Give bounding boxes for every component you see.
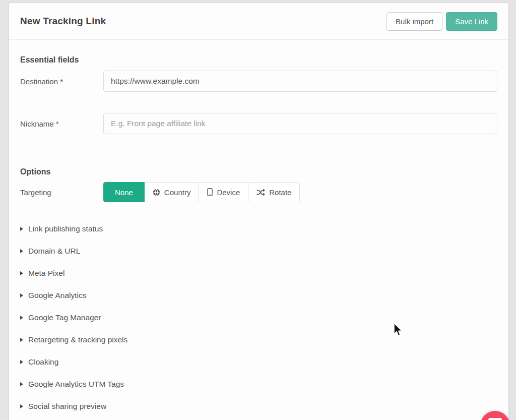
collapsible-section-label: Google Tag Manager <box>28 313 101 322</box>
collapsible-section-label: Google Analytics UTM Tags <box>28 380 124 389</box>
collapsible-section-google-tag-manager[interactable]: Google Tag Manager <box>20 307 497 329</box>
caret-right-icon <box>20 227 23 231</box>
targeting-none-button[interactable]: None <box>103 182 145 202</box>
nickname-input[interactable] <box>103 113 497 134</box>
nickname-row: Nickname * <box>20 113 497 134</box>
collapsible-section-google-analytics-utm-tags[interactable]: Google Analytics UTM Tags <box>20 373 497 395</box>
card-header: New Tracking Link Bulk import Save Link <box>9 3 508 40</box>
collapsible-section-google-analytics[interactable]: Google Analytics <box>20 284 497 307</box>
caret-right-icon <box>20 404 23 408</box>
targeting-none-label: None <box>115 188 133 197</box>
targeting-button-group: None Country <box>103 182 300 202</box>
chat-bubble-icon <box>488 418 502 420</box>
options-heading: Options <box>20 167 497 176</box>
caret-right-icon <box>20 316 23 320</box>
targeting-rotate-label: Rotate <box>269 188 291 197</box>
mobile-icon <box>207 188 213 196</box>
collapsible-section-label: Link publishing status <box>28 224 103 233</box>
targeting-device-label: Device <box>217 188 240 197</box>
collapsible-section-label: Retargeting & tracking pixels <box>28 335 127 344</box>
page-title: New Tracking Link <box>20 16 106 27</box>
collapsible-section-meta-pixel[interactable]: Meta Pixel <box>20 262 497 284</box>
targeting-device-button[interactable]: Device <box>199 182 248 202</box>
collapsible-section-retargeting-tracking-pixels[interactable]: Retargeting & tracking pixels <box>20 329 497 351</box>
new-tracking-link-card: New Tracking Link Bulk import Save Link … <box>9 3 509 420</box>
destination-input[interactable] <box>103 71 497 92</box>
collapsible-section-link-publishing-status[interactable]: Link publishing status <box>20 218 497 240</box>
collapsible-section-social-sharing-preview[interactable]: Social sharing preview <box>20 395 497 417</box>
caret-right-icon <box>20 271 23 275</box>
caret-right-icon <box>20 249 23 253</box>
essential-fields-heading: Essential fields <box>20 40 497 65</box>
targeting-row: Targeting None Country <box>20 182 497 202</box>
section-divider <box>20 154 497 154</box>
shuffle-icon <box>256 189 265 196</box>
targeting-label: Targeting <box>20 188 103 197</box>
caret-right-icon <box>20 382 23 386</box>
destination-label: Destination * <box>20 77 103 86</box>
targeting-rotate-button[interactable]: Rotate <box>248 182 300 202</box>
bulk-import-button[interactable]: Bulk import <box>386 12 442 31</box>
nickname-label: Nickname * <box>20 119 103 128</box>
form-body: Essential fields Destination * Nickname … <box>9 40 508 417</box>
collapsible-section-domain-url[interactable]: Domain & URL <box>20 240 497 262</box>
page-background: { "header": { "title": "New Tracking Lin… <box>0 0 516 420</box>
collapsible-section-label: Meta Pixel <box>28 269 64 278</box>
targeting-country-button[interactable]: Country <box>144 182 200 202</box>
caret-right-icon <box>20 293 23 297</box>
collapsible-section-label: Google Analytics <box>28 291 86 300</box>
collapsible-section-label: Cloaking <box>28 357 58 367</box>
targeting-country-label: Country <box>164 188 191 197</box>
globe-icon <box>153 189 160 196</box>
collapsible-section-cloaking[interactable]: Cloaking <box>20 351 497 373</box>
save-link-button[interactable]: Save Link <box>446 12 497 31</box>
caret-right-icon <box>20 338 23 342</box>
collapsible-sections: Link publishing status Domain & URL Meta… <box>20 218 497 417</box>
caret-right-icon <box>20 360 23 364</box>
destination-row: Destination * <box>20 71 497 92</box>
collapsible-section-label: Domain & URL <box>28 247 80 256</box>
collapsible-section-label: Social sharing preview <box>28 402 106 411</box>
